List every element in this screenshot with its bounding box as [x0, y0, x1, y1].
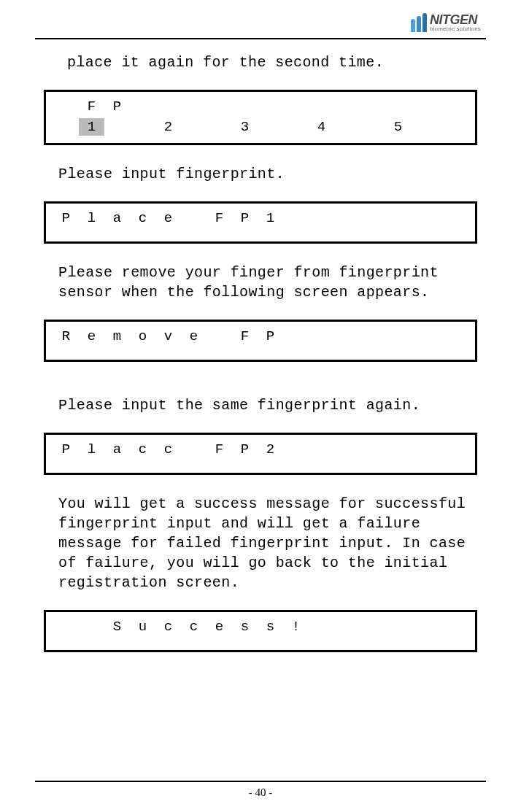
- lcd-cell: m: [104, 328, 130, 345]
- lcd-cell: [385, 328, 411, 345]
- lcd-cell: [334, 328, 360, 345]
- lcd-cell: c: [181, 618, 207, 635]
- lcd-cell: e: [181, 328, 207, 345]
- logo-name: NITGEN: [430, 13, 477, 26]
- lcd-cell: 5: [385, 118, 411, 136]
- lcd-cell: 3: [232, 118, 258, 136]
- lcd-cell: 1: [258, 209, 283, 227]
- lcd-cell: [155, 98, 181, 115]
- lcd-cell: a: [104, 209, 130, 227]
- lcd-cell: c: [130, 209, 155, 227]
- instruction-text: Please remove your finger from fingerpri…: [36, 263, 485, 302]
- lcd-cell: [334, 118, 360, 136]
- lcd-cell: [411, 328, 436, 345]
- lcd-cell: [436, 98, 462, 115]
- lcd-cell: [411, 209, 436, 227]
- page-number: - 40 -: [0, 786, 521, 799]
- lcd-row: Success!: [53, 618, 468, 635]
- lcd-row: PlaccFP2: [53, 441, 468, 458]
- lcd-cell: R: [53, 328, 79, 345]
- lcd-cell: l: [79, 209, 104, 227]
- lcd-cell: [411, 118, 436, 136]
- lcd-cell: [283, 98, 309, 115]
- lcd-cell: [411, 618, 436, 635]
- lcd-box-remove-fp: RemoveFP: [44, 320, 477, 362]
- lcd-cell: [360, 209, 385, 227]
- lcd-cell: [436, 618, 462, 635]
- lcd-cell: c: [155, 441, 181, 458]
- lcd-cell: v: [155, 328, 181, 345]
- instruction-text: You will get a success message for succe…: [36, 494, 485, 592]
- lcd-cell: [334, 209, 360, 227]
- lcd-cell: [207, 98, 232, 115]
- lcd-cell: c: [130, 441, 155, 458]
- lcd-cell: F: [79, 98, 104, 115]
- lcd-cell: [283, 209, 309, 227]
- lcd-cell: [207, 328, 232, 345]
- lcd-cell: s: [258, 618, 283, 635]
- lcd-box-place-fp2: PlaccFP2: [44, 433, 477, 475]
- lcd-cell: P: [258, 328, 283, 345]
- lcd-cell: P: [232, 441, 258, 458]
- lcd-cell: [53, 118, 79, 136]
- lcd-cell: o: [130, 328, 155, 345]
- lcd-cell: [309, 209, 334, 227]
- lcd-cell: e: [207, 618, 232, 635]
- logo-bars-icon: [411, 13, 427, 32]
- lcd-cell: [181, 209, 207, 227]
- lcd-cell: 2: [155, 118, 181, 136]
- lcd-cell: [385, 98, 411, 115]
- lcd-cell: [360, 618, 385, 635]
- lcd-cell: S: [104, 618, 130, 635]
- lcd-cell: [53, 618, 79, 635]
- lcd-cell: 2: [258, 441, 283, 458]
- lcd-cell: [436, 328, 462, 345]
- lcd-cell: [385, 209, 411, 227]
- lcd-cell: [309, 98, 334, 115]
- brand-logo: NITGEN biometric solutions: [411, 13, 481, 32]
- lcd-cell: [360, 328, 385, 345]
- lcd-cell: [360, 118, 385, 136]
- lcd-cell: [334, 98, 360, 115]
- page-header: NITGEN biometric solutions: [0, 0, 521, 38]
- lcd-cell: [436, 441, 462, 458]
- lcd-row: 12345: [53, 118, 468, 136]
- lcd-cell: [385, 618, 411, 635]
- lcd-cell: [79, 618, 104, 635]
- lcd-cell: [411, 98, 436, 115]
- lcd-cell: a: [104, 441, 130, 458]
- lcd-cell: e: [79, 328, 104, 345]
- instruction-text: Please input the same fingerprint again.: [36, 395, 485, 415]
- lcd-cell: F: [207, 209, 232, 227]
- lcd-box-fp-select: FP 12345: [44, 90, 477, 145]
- lcd-cell: [334, 618, 360, 635]
- footer-divider: [35, 781, 486, 782]
- lcd-cell: s: [232, 618, 258, 635]
- lcd-cell: c: [155, 618, 181, 635]
- lcd-cell: [385, 441, 411, 458]
- lcd-cell: P: [53, 441, 79, 458]
- lcd-cell: [53, 98, 79, 115]
- lcd-cell: [104, 118, 130, 136]
- lcd-cell: F: [207, 441, 232, 458]
- lcd-cell: [207, 118, 232, 136]
- lcd-cell: [309, 618, 334, 635]
- lcd-cell: [130, 118, 155, 136]
- lcd-cell: [411, 441, 436, 458]
- lcd-row: PlaceFP1: [53, 209, 468, 227]
- lcd-cell: l: [79, 441, 104, 458]
- lcd-cell: F: [232, 328, 258, 345]
- instruction-text: Please input fingerprint.: [36, 164, 485, 184]
- lcd-cell: [181, 98, 207, 115]
- lcd-cell: P: [53, 209, 79, 227]
- lcd-cell: P: [104, 98, 130, 115]
- lcd-cell: [334, 441, 360, 458]
- page-footer: - 40 -: [0, 781, 521, 799]
- lcd-cell: [258, 118, 283, 136]
- lcd-cell: u: [130, 618, 155, 635]
- lcd-cell: e: [155, 209, 181, 227]
- page-content: place it again for the second time. FP 1…: [0, 39, 521, 652]
- lcd-cell: [181, 441, 207, 458]
- lcd-cell: [232, 98, 258, 115]
- lcd-cell: [130, 98, 155, 115]
